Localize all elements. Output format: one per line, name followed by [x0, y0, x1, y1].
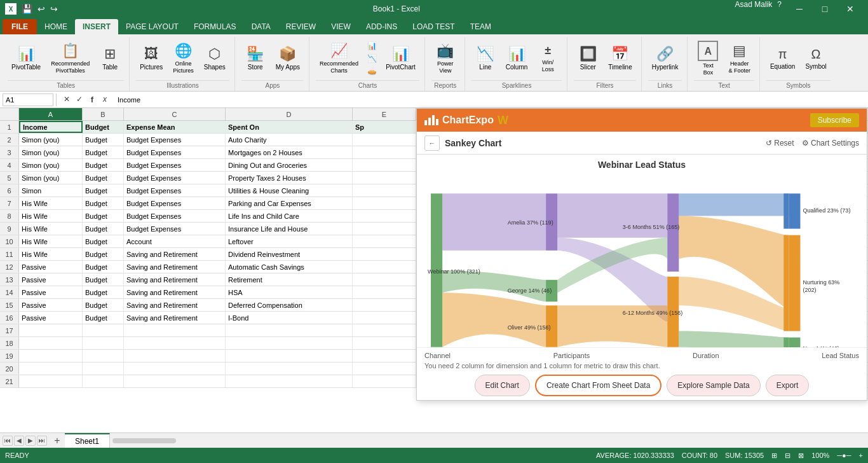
cell-8-D[interactable]: Life Ins and Child Care [226, 210, 353, 222]
chart-settings-btn[interactable]: ⚙ Chart Settings [802, 139, 859, 148]
cell-14-A[interactable]: Passive [19, 286, 83, 298]
my-apps-btn[interactable]: 📦 My Apps [272, 39, 304, 78]
sheet-tab-1[interactable]: Sheet1 [65, 433, 110, 448]
cell-19-C[interactable] [124, 350, 226, 362]
cell-18-B[interactable] [83, 337, 124, 349]
online-pictures-btn[interactable]: 🌐 OnlinePictures [169, 39, 198, 78]
cell-21-B[interactable] [83, 375, 124, 387]
cell-16-B[interactable]: Budget [83, 312, 124, 324]
formula-input[interactable] [115, 96, 865, 104]
tab-addins[interactable]: ADD-INS [358, 19, 405, 34]
cell-21-D[interactable] [226, 375, 353, 387]
cell-20-C[interactable] [124, 363, 226, 375]
cell-16-C[interactable]: Saving and Retirement [124, 312, 226, 324]
cell-9-B[interactable]: Budget [83, 223, 124, 235]
cell-17-A[interactable] [19, 324, 83, 336]
cell-6-B[interactable]: Budget [83, 184, 124, 197]
timeline-btn[interactable]: 📅 Timeline [604, 39, 635, 78]
cell-17-B[interactable] [83, 324, 124, 336]
tab-review[interactable]: REVIEW [278, 19, 323, 34]
cell-5-A[interactable]: Simon (you) [19, 172, 83, 184]
cell-11-D[interactable]: Dividend Reinvestment [226, 248, 353, 260]
create-chart-btn[interactable]: Create Chart From Sheet Data [535, 375, 661, 396]
maximize-btn[interactable]: □ [812, 0, 837, 18]
cell-9-C[interactable]: Budget Expenses [124, 223, 226, 235]
cell-7-B[interactable]: Budget [83, 197, 124, 209]
cell-10-C[interactable]: Account [124, 235, 226, 247]
cell-6-A[interactable]: Simon [19, 184, 83, 197]
cell-15-D[interactable]: Deferred Compensation [226, 299, 353, 311]
horizontal-scrollbar[interactable] [110, 438, 868, 443]
pivottable-btn[interactable]: 📊 PivotTable [8, 39, 44, 78]
cell-4-B[interactable]: Budget [83, 159, 124, 171]
line-sparkline-btn[interactable]: 📉 Line [471, 39, 499, 78]
col-header-e[interactable]: E [353, 108, 416, 120]
cell-2-D[interactable]: Auto Charity [226, 134, 353, 146]
cell-14-C[interactable]: Saving and Retirement [124, 286, 226, 298]
add-sheet-btn[interactable]: + [50, 433, 65, 448]
cell-2-A[interactable]: Simon (you) [19, 134, 83, 146]
cell-12-E[interactable] [353, 261, 416, 273]
cell-7-A[interactable]: His Wife [19, 197, 83, 209]
view-page-layout-icon[interactable]: ⊟ [785, 452, 790, 460]
h-scroll-thumb[interactable] [112, 438, 176, 443]
pie-chart-btn[interactable]: 🥧 [365, 66, 379, 77]
cell-15-A[interactable]: Passive [19, 299, 83, 311]
cell-15-B[interactable]: Budget [83, 299, 124, 311]
cell-19-D[interactable] [226, 350, 353, 362]
cell-13-A[interactable]: Passive [19, 273, 83, 286]
cell-11-A[interactable]: His Wife [19, 248, 83, 260]
zoom-slider[interactable]: ─●─ [837, 452, 851, 459]
cell-19-E[interactable] [353, 350, 416, 362]
col-header-d[interactable]: D [226, 108, 353, 120]
textbox-btn[interactable]: A TextBox [694, 39, 722, 78]
close-btn[interactable]: ✕ [837, 0, 863, 18]
tab-home[interactable]: HOME [37, 19, 75, 34]
cell-4-D[interactable]: Dining Out and Groceries [226, 159, 353, 171]
cell-15-E[interactable] [353, 299, 416, 311]
view-page-break-icon[interactable]: ⊠ [798, 452, 804, 460]
cell-13-C[interactable]: Saving and Retirement [124, 273, 226, 286]
edit-chart-btn[interactable]: Edit Chart [475, 375, 530, 396]
cell-10-B[interactable]: Budget [83, 235, 124, 247]
cell-1-D[interactable]: Spent On [226, 121, 353, 133]
tab-file[interactable]: FILE [3, 19, 37, 34]
cell-4-E[interactable] [353, 159, 416, 171]
quick-undo[interactable]: ↩ [37, 4, 45, 14]
recommended-pivottables-btn[interactable]: 📋 RecommendedPivotTables [47, 39, 93, 78]
cell-18-E[interactable] [353, 337, 416, 349]
export-btn[interactable]: Export [766, 375, 810, 396]
cell-8-A[interactable]: His Wife [19, 210, 83, 222]
cell-1-B[interactable]: Budget [83, 121, 124, 133]
cell-12-C[interactable]: Saving and Retirement [124, 261, 226, 273]
cell-15-C[interactable]: Saving and Retirement [124, 299, 226, 311]
column-sparkline-btn[interactable]: 📊 Column [502, 39, 531, 78]
cell-12-A[interactable]: Passive [19, 261, 83, 273]
cell-11-B[interactable]: Budget [83, 248, 124, 260]
tab-team[interactable]: TEAM [463, 19, 499, 34]
tab-insert[interactable]: INSERT [75, 19, 118, 34]
equation-btn[interactable]: π Equation [766, 39, 799, 78]
cell-2-C[interactable]: Budget Expenses [124, 134, 226, 146]
shapes-btn[interactable]: ⬡ Shapes [200, 39, 229, 78]
cell-17-D[interactable] [226, 324, 353, 336]
cell-14-E[interactable] [353, 286, 416, 298]
name-box[interactable] [3, 93, 53, 106]
sheet-first-btn[interactable]: ⏮ [3, 436, 13, 446]
cell-5-C[interactable]: Budget Expenses [124, 172, 226, 184]
cell-8-C[interactable]: Budget Expenses [124, 210, 226, 222]
power-view-btn[interactable]: 📺 PowerView [431, 39, 459, 78]
subscribe-btn[interactable]: Subscribe [810, 113, 859, 127]
col-header-c[interactable]: C [124, 108, 226, 120]
cell-20-E[interactable] [353, 363, 416, 375]
cell-1-C[interactable]: Expense Mean [124, 121, 226, 133]
table-btn[interactable]: ⊞ Table [96, 39, 124, 78]
quick-save[interactable]: 💾 [22, 4, 32, 14]
cell-16-A[interactable]: Passive [19, 312, 83, 324]
pivot-chart-btn[interactable]: 📊 PivotChart [382, 39, 419, 78]
cell-12-B[interactable]: Budget [83, 261, 124, 273]
cell-10-A[interactable]: His Wife [19, 235, 83, 247]
cell-21-A[interactable] [19, 375, 83, 387]
explore-sample-btn[interactable]: Explore Sample Data [667, 375, 760, 396]
cell-10-D[interactable]: Leftover [226, 235, 353, 247]
